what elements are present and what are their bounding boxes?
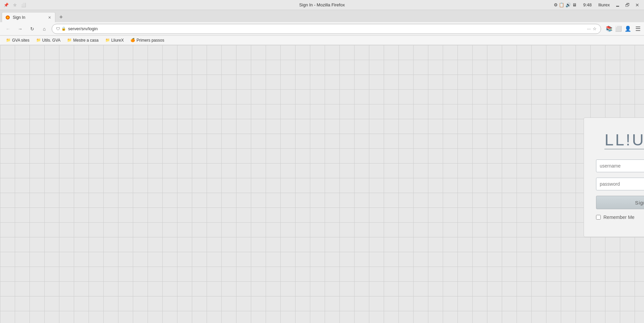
bookmark-label: Primers passos: [137, 38, 164, 43]
restore-button[interactable]: 🗗: [624, 2, 631, 8]
firefox-pin-icon: 📌: [3, 2, 9, 8]
bookmark-primers-passos[interactable]: 🍊 Primers passos: [128, 37, 167, 43]
minimize-button[interactable]: 🗕: [614, 2, 621, 8]
tab-title: Sign In: [13, 15, 25, 20]
window-controls[interactable]: 🗕 🗗 ✕: [614, 2, 641, 8]
window-title: Sign In - Mozilla Firefox: [299, 2, 345, 7]
remember-me-row: Remember Me: [596, 215, 644, 220]
folder-icon: 📁: [67, 38, 72, 42]
bookmark-star-icon[interactable]: ☆: [593, 26, 597, 31]
address-bar-right-icons: ··· ☆: [587, 26, 597, 31]
star-icon: ☆: [12, 2, 17, 8]
signin-button-group: Sign In: [596, 196, 644, 209]
menu-icon[interactable]: ☰: [635, 25, 641, 33]
bookmark-utils-gva[interactable]: 📁 Utils. GVA: [34, 37, 63, 43]
browser-chrome: Sign In × + ← → ↻ ⌂ 🛡 🔒 ··· ☆ 📚 ⬜ 👤 ☰: [0, 10, 644, 45]
nav-right-icons: 📚 ⬜ 👤 ☰: [606, 25, 641, 33]
tab-bar: Sign In × +: [0, 10, 644, 22]
new-tab-button[interactable]: +: [57, 13, 65, 21]
lliurex-logo: LL!UREX: [604, 131, 644, 153]
bookmark-label: GVA sites: [12, 38, 30, 43]
bookmark-gva-sites[interactable]: 📁 GVA sites: [3, 37, 32, 43]
nav-bar: ← → ↻ ⌂ 🛡 🔒 ··· ☆ 📚 ⬜ 👤 ☰: [0, 22, 644, 36]
back-button[interactable]: ←: [3, 24, 13, 34]
signin-button[interactable]: Sign In: [596, 196, 644, 209]
close-button[interactable]: ✕: [634, 2, 641, 8]
os-titlebar-right: ⚙ 📋 🔊 🖥 9:48 lliurex 🗕 🗗 ✕: [554, 2, 641, 8]
https-icon: 🔒: [61, 27, 66, 31]
security-shield-icon: 🛡: [56, 27, 60, 31]
bookmark-label: Mestre a casa: [73, 38, 98, 43]
bookmarks-bar: 📁 GVA sites 📁 Utils. GVA 📁 Mestre a casa…: [0, 36, 644, 45]
container-icon[interactable]: ⬜: [615, 26, 622, 32]
clock: 9:48: [583, 2, 592, 7]
remember-me-label: Remember Me: [603, 215, 635, 220]
password-field-group: [596, 178, 644, 190]
login-card: LL!UREX Sign In Remember Me: [584, 118, 644, 237]
active-tab[interactable]: Sign In ×: [2, 12, 55, 22]
home-button[interactable]: ⌂: [40, 24, 49, 34]
folder-icon: 📁: [36, 38, 41, 42]
window-icon: ⬜: [21, 2, 26, 8]
bookmark-lliurex[interactable]: 📁 LliureX: [103, 37, 126, 43]
system-tray: ⚙ 📋 🔊 🖥: [554, 2, 577, 7]
address-bar-container: 🛡 🔒 ··· ☆: [52, 24, 601, 34]
remember-me-checkbox[interactable]: [596, 215, 601, 220]
reload-button[interactable]: ↻: [28, 24, 37, 34]
os-titlebar: 📌 ☆ ⬜ Sign In - Mozilla Firefox ⚙ 📋 🔊 🖥 …: [0, 0, 644, 10]
forward-button[interactable]: →: [15, 24, 25, 34]
account-icon[interactable]: 👤: [625, 26, 631, 32]
address-input[interactable]: [68, 26, 585, 31]
username-display: lliurex: [598, 2, 610, 7]
page-actions-icon[interactable]: ···: [587, 26, 591, 31]
username-input[interactable]: [596, 159, 644, 172]
password-input[interactable]: [596, 178, 644, 190]
username-field-group: [596, 159, 644, 172]
tab-favicon: [5, 15, 10, 20]
svg-point-2: [7, 17, 8, 18]
folder-icon: 📁: [105, 38, 110, 42]
logo-underline: [604, 149, 644, 149]
os-titlebar-left: 📌 ☆ ⬜: [3, 2, 26, 8]
library-icon[interactable]: 📚: [606, 26, 612, 32]
orange-icon: 🍊: [130, 38, 135, 42]
tab-close-button[interactable]: ×: [48, 15, 52, 20]
address-security-icons: 🛡 🔒: [56, 27, 66, 31]
bookmark-label: Utils. GVA: [42, 38, 60, 43]
bookmark-mestre-casa[interactable]: 📁 Mestre a casa: [64, 37, 101, 43]
bookmark-label: LliureX: [111, 38, 124, 43]
folder-icon: 📁: [6, 38, 11, 42]
page-content: LL!UREX Sign In Remember Me: [0, 45, 644, 323]
